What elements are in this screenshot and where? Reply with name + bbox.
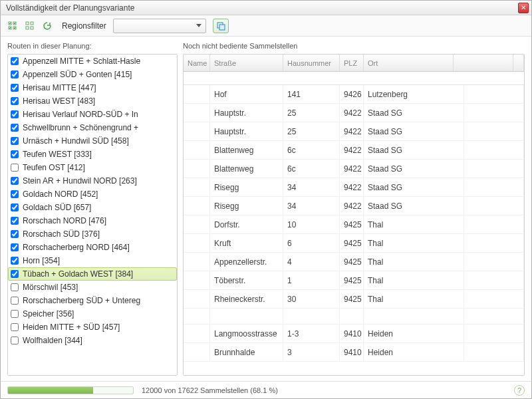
route-row[interactable]: Mörschwil [453]	[8, 281, 177, 294]
route-checkbox[interactable]	[11, 97, 19, 105]
route-row[interactable]: Herisau Verlauf NORD-SÜD + In	[8, 108, 177, 121]
table-row[interactable]: Appenzellerstr.49425Thal	[184, 253, 524, 271]
table-cell	[184, 104, 210, 122]
refresh-button[interactable]	[41, 19, 54, 33]
route-checkbox[interactable]	[11, 203, 19, 211]
table-cell: Risegg	[210, 197, 283, 215]
table-row[interactable]: Hauptstr.259422Staad SG	[184, 122, 524, 141]
route-checkbox[interactable]	[11, 230, 19, 238]
table-row[interactable]: Hof1419426Lutzenberg	[184, 85, 524, 104]
route-checkbox[interactable]	[11, 70, 19, 78]
table-row[interactable]: Rheineckerstr.309425Thal	[184, 290, 524, 309]
route-checkbox[interactable]	[11, 257, 19, 265]
col-name[interactable]: Name	[184, 55, 210, 71]
table-row[interactable]: Kruft69425Thal	[184, 234, 524, 253]
table-cell	[184, 85, 210, 103]
svg-rect-7	[31, 27, 33, 29]
route-row[interactable]: Schwellbrunn + Schönengrund +	[8, 121, 177, 134]
route-row[interactable]: Appenzell SÜD + Gonten [415]	[8, 68, 177, 81]
route-row[interactable]: Horn [354]	[8, 254, 177, 267]
route-checkbox[interactable]	[11, 110, 19, 118]
col-number[interactable]: Hausnummer	[283, 55, 340, 71]
table-cell	[184, 141, 210, 159]
route-checkbox[interactable]	[11, 124, 19, 132]
window-title: Vollständigkeit der Planungsvariante	[6, 3, 518, 13]
map-button[interactable]	[213, 19, 229, 33]
route-checkbox[interactable]	[11, 336, 19, 344]
table-row[interactable]	[184, 309, 524, 325]
table-row[interactable]: Blattenweg6c9422Staad SG	[184, 141, 524, 160]
col-zip[interactable]: PLZ	[340, 55, 364, 71]
table-cell: Töberstr.	[210, 271, 283, 289]
route-row[interactable]: Urnäsch + Hundwil SÜD [458]	[8, 134, 177, 148]
help-button[interactable]: ?	[514, 385, 525, 396]
table-cell: 34	[283, 197, 340, 215]
route-label: Goldach SÜD [657]	[23, 203, 91, 212]
table-row[interactable]: Töberstr.19425Thal	[184, 271, 524, 290]
route-row[interactable]: Tübach + Goldach WEST [384]	[8, 267, 177, 281]
titlebar[interactable]: Vollständigkeit der Planungsvariante ✕	[1, 1, 531, 15]
table-cell: Staad SG	[364, 160, 464, 178]
close-button[interactable]: ✕	[518, 3, 529, 13]
route-row[interactable]: Rorschach SÜD [376]	[8, 227, 177, 241]
table-row[interactable]: Blattenweg6c9422Staad SG	[184, 160, 524, 178]
table-row[interactable]: Langmoosstrasse1-39410Heiden	[184, 325, 524, 343]
route-checkbox[interactable]	[11, 297, 19, 305]
table-row[interactable]: Risegg349422Staad SG	[184, 178, 524, 197]
stops-table: Name Straße Hausnummer PLZ Ort Hof141942…	[183, 54, 525, 376]
table-cell: 141	[283, 85, 340, 103]
route-row[interactable]: Rorschach NORD [476]	[8, 214, 177, 227]
table-row[interactable]: Dorfstr.109425Thal	[184, 215, 524, 234]
table-cell: 1-3	[283, 325, 340, 342]
route-row[interactable]: Appenzell MITTE + Schlatt-Hasle	[8, 55, 177, 68]
routes-listbox[interactable]: Appenzell MITTE + Schlatt-HasleAppenzell…	[7, 54, 178, 376]
route-label: Herisau Verlauf NORD-SÜD + In	[23, 110, 138, 119]
table-row[interactable]: Hauptstr.259422Staad SG	[184, 104, 524, 122]
route-checkbox[interactable]	[11, 283, 19, 291]
deselect-all-button[interactable]	[23, 19, 37, 33]
route-checkbox[interactable]	[11, 84, 19, 92]
route-row[interactable]: Goldach NORD [452]	[8, 188, 177, 201]
table-cell	[184, 325, 210, 342]
table-body[interactable]: Hof1419426LutzenbergHauptstr.259422Staad…	[184, 85, 524, 375]
route-row[interactable]: Heiden MITTE + SÜD [457]	[8, 321, 177, 334]
route-row[interactable]: Rorschacherberg NORD [464]	[8, 241, 177, 254]
table-cell	[184, 309, 210, 324]
route-row[interactable]: Teufen OST [412]	[8, 161, 177, 174]
col-scroll-spacer	[513, 55, 524, 71]
route-checkbox[interactable]	[11, 57, 19, 65]
route-row[interactable]: Herisau WEST [483]	[8, 94, 177, 108]
table-cell: Hof	[210, 85, 283, 103]
table-filter-row[interactable]	[184, 72, 524, 85]
col-street[interactable]: Straße	[210, 55, 283, 71]
route-checkbox[interactable]	[11, 164, 19, 172]
route-checkbox[interactable]	[11, 270, 19, 278]
region-filter-select[interactable]	[113, 19, 206, 33]
route-checkbox[interactable]	[11, 217, 19, 225]
route-checkbox[interactable]	[11, 190, 19, 198]
route-row[interactable]: Stein AR + Hundwil NORD [263]	[8, 174, 177, 188]
route-row[interactable]: Speicher [356]	[8, 307, 177, 321]
select-all-button[interactable]	[6, 19, 19, 33]
table-row[interactable]: Brunnhalde39410Heiden	[184, 343, 524, 362]
route-row[interactable]: Rorschacherberg SÜD + Untereg	[8, 294, 177, 307]
route-checkbox[interactable]	[11, 137, 19, 145]
route-checkbox[interactable]	[11, 177, 19, 185]
route-checkbox[interactable]	[11, 323, 19, 331]
col-city[interactable]: Ort	[364, 55, 454, 71]
route-checkbox[interactable]	[11, 243, 19, 251]
route-checkbox[interactable]	[11, 310, 19, 318]
route-label: Appenzell MITTE + Schlatt-Hasle	[23, 57, 140, 66]
table-row[interactable]: Risegg349422Staad SG	[184, 197, 524, 215]
table-cell: Kruft	[210, 234, 283, 252]
col-extra[interactable]	[454, 55, 513, 71]
table-cell: 9425	[340, 253, 364, 271]
route-checkbox[interactable]	[11, 150, 19, 158]
table-cell: Thal	[364, 271, 464, 289]
progress-bar	[7, 386, 134, 394]
route-row[interactable]: Teufen WEST [333]	[8, 148, 177, 161]
route-row[interactable]: Wolfhalden [344]	[8, 334, 177, 347]
route-row[interactable]: Goldach SÜD [657]	[8, 201, 177, 214]
route-row[interactable]: Herisau MITTE [447]	[8, 81, 177, 94]
table-cell	[464, 253, 524, 271]
